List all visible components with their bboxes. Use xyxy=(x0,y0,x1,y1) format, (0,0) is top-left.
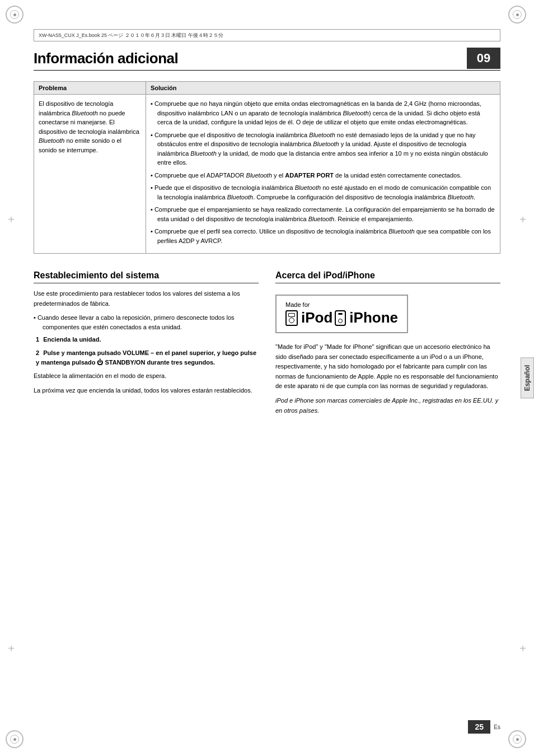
restablecimiento-step2: 2 Pulse y mantenga pulsado VOLUME – en e… xyxy=(34,348,259,368)
restablecimiento-title: Restablecimiento del sistema xyxy=(34,270,259,283)
chapter-header: Información adicional 09 xyxy=(34,48,500,69)
ipod-icon xyxy=(285,310,298,326)
restablecimiento-body: Use este procedimiento para restablecer … xyxy=(34,289,259,395)
corner-decoration-tr xyxy=(508,6,528,26)
mid-deco-right-2 xyxy=(516,642,530,655)
restablecimiento-intro: Use este procedimiento para restablecer … xyxy=(34,289,259,309)
restablecimiento-step2-detail: Establece la alimentación en el modo de … xyxy=(34,371,259,381)
chapter-number: 09 xyxy=(467,48,500,69)
page-number-area: 25 Es xyxy=(468,720,500,734)
chapter-title: Información adicional xyxy=(34,50,178,67)
right-column: Acerca del iPod/iPhone Made for iPod iPh… xyxy=(275,270,500,420)
page-number: 25 xyxy=(468,720,490,734)
badge-iphone-text: iPhone xyxy=(349,309,398,326)
restablecimiento-closing: La próxima vez que encienda la unidad, t… xyxy=(34,386,259,396)
col-header-solucion: Solución xyxy=(146,82,500,95)
page-container: XW-NAS5_CUX J_Es.book 25 ページ ２０１０年６月３日 木… xyxy=(0,0,534,756)
problem-cell: El dispositivo de tecnología inalámbrica… xyxy=(34,95,146,254)
ipod-iphone-title: Acerca del iPod/iPhone xyxy=(275,270,500,283)
corner-decoration-bl xyxy=(6,730,26,750)
badge-content: Made for iPod iPhone xyxy=(285,301,398,326)
mid-deco-right-1 xyxy=(516,213,530,226)
ipod-iphone-body: "Made for iPod" y "Made for iPhone" sign… xyxy=(275,342,500,416)
ipod-description1: "Made for iPod" y "Made for iPhone" sign… xyxy=(275,342,500,391)
chapter-header-line xyxy=(34,70,500,71)
page-label: Es xyxy=(494,724,500,730)
badge-ipod-text: iPod xyxy=(301,309,332,326)
ipod-description2: iPod e iPhone son marcas comerciales de … xyxy=(275,397,498,414)
content-area: Problema Solución El dispositivo de tecn… xyxy=(34,81,500,420)
file-path-text: XW-NAS5_CUX J_Es.book 25 ページ ２０１０年６月３日 木… xyxy=(39,32,223,39)
badge-icons-text: iPod iPhone xyxy=(285,309,398,326)
badge-made-for: Made for xyxy=(285,301,398,308)
ipod-iphone-badge: Made for iPod iPhone xyxy=(275,295,408,333)
left-column: Restablecimiento del sistema Use este pr… xyxy=(34,270,259,420)
side-tab-espanol: Español xyxy=(521,358,534,399)
solution-cell: • Compruebe que no haya ningún objeto qu… xyxy=(146,95,500,254)
col-header-problema: Problema xyxy=(34,82,146,95)
mid-deco-left-2 xyxy=(4,642,18,655)
table-row: El dispositivo de tecnología inalámbrica… xyxy=(34,95,500,254)
iphone-icon xyxy=(335,310,346,326)
corner-decoration-br xyxy=(508,730,528,750)
bottom-columns: Restablecimiento del sistema Use este pr… xyxy=(34,270,500,420)
restablecimiento-bullet1: • Cuando desee llevar a cabo la reposici… xyxy=(34,313,259,332)
file-path-bar: XW-NAS5_CUX J_Es.book 25 ページ ２０１０年６月３日 木… xyxy=(34,29,500,41)
mid-deco-left-1 xyxy=(4,213,18,226)
restablecimiento-step1: 1 Encienda la unidad. xyxy=(34,335,259,345)
trouble-table: Problema Solución El dispositivo de tecn… xyxy=(34,81,500,254)
corner-decoration-tl xyxy=(6,6,26,26)
